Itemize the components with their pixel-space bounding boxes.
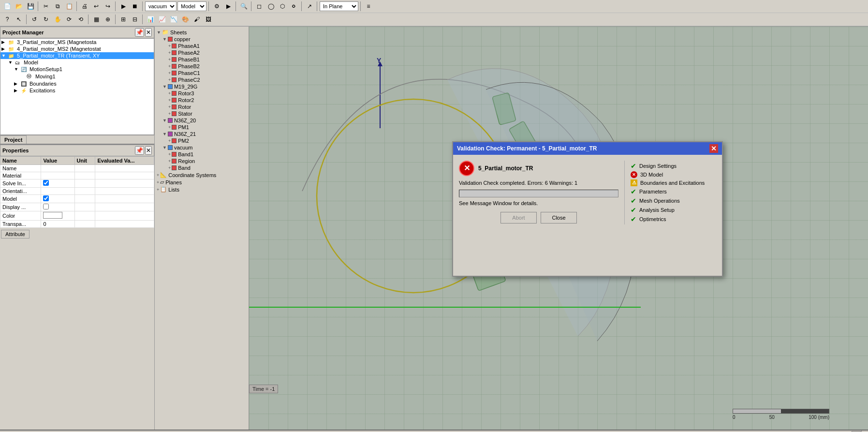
prop-solve-value[interactable] xyxy=(41,179,74,188)
paste-btn[interactable]: 📋 xyxy=(64,1,74,12)
tree-phaseB1[interactable]: + PhaseB1 xyxy=(155,56,249,63)
pm-pin-btn[interactable]: 📌 xyxy=(135,28,144,37)
save-btn[interactable]: 💾 xyxy=(25,1,36,12)
tree-copper[interactable]: ▼ copper xyxy=(155,36,249,43)
planes-expand[interactable]: + xyxy=(157,180,159,185)
solve-checkbox[interactable] xyxy=(43,180,49,186)
close-button[interactable]: Close xyxy=(541,212,577,223)
more-btn[interactable]: ≡ xyxy=(363,1,374,12)
tree-vacuum[interactable]: ▼ vacuum xyxy=(155,144,249,151)
tree-item-motion[interactable]: ▼ 🔄 MotionSetup1 xyxy=(0,66,154,73)
open-btn[interactable]: 📂 xyxy=(14,1,24,12)
shape1-btn[interactable]: ◻ xyxy=(254,1,265,12)
tree-item-model[interactable]: ▼ 🗂 Model xyxy=(0,59,154,66)
run-btn[interactable]: ▶ xyxy=(223,1,234,12)
tree-phaseB2[interactable]: + PhaseB2 xyxy=(155,63,249,70)
undo-btn[interactable]: ↩ xyxy=(91,1,102,12)
expand-icon[interactable]: ▶ xyxy=(1,40,8,45)
shape2-btn[interactable]: ◯ xyxy=(265,1,276,12)
plot2-btn[interactable]: 📈 xyxy=(157,14,167,25)
N36Z20-expand[interactable]: ▼ xyxy=(162,118,167,123)
expand-icon[interactable]: ▶ xyxy=(14,81,21,86)
arrow-btn[interactable]: ↗ xyxy=(304,1,315,12)
vacuum-expand[interactable]: ▼ xyxy=(162,145,167,150)
expand-icon[interactable]: ▼ xyxy=(8,60,15,65)
tree-item-project1[interactable]: ▶ 📁 3_Partial_motor_MS (Magnetosta xyxy=(0,39,154,45)
expand-icon[interactable]: ▼ xyxy=(14,67,21,72)
tree-N36Z21[interactable]: ▼ N36Z_21 xyxy=(155,131,249,137)
plane-dropdown[interactable]: In Plane xyxy=(320,1,358,11)
tree-band[interactable]: + Band xyxy=(155,164,249,171)
canvas-area[interactable]: Y Time = -1 xyxy=(249,27,868,430)
select-btn[interactable]: ▦ xyxy=(91,14,102,25)
tree-phaseC1[interactable]: + PhaseC1 xyxy=(155,70,249,76)
plot3-btn[interactable]: 📉 xyxy=(168,14,179,25)
display-checkbox[interactable] xyxy=(43,204,49,209)
cut-btn[interactable]: ✂ xyxy=(41,1,51,12)
prop-model-value[interactable] xyxy=(41,195,74,203)
model-dropdown[interactable]: Model xyxy=(177,1,206,11)
zoom-btn[interactable]: 🔍 xyxy=(238,1,249,12)
expand-icon[interactable]: ▼ xyxy=(1,53,8,58)
attribute-tab[interactable]: Attribute xyxy=(1,230,29,238)
material-dropdown[interactable]: vacuum xyxy=(145,1,177,11)
rotate3-btn[interactable]: ⟳ xyxy=(64,14,74,25)
prop-close-btn[interactable]: ✕ xyxy=(145,146,152,155)
tree-rotor[interactable]: + Rotor xyxy=(155,104,249,110)
shape4-btn[interactable]: ⭘ xyxy=(289,1,299,12)
tree-band1[interactable]: + Band1 xyxy=(155,151,249,158)
plot4-btn[interactable]: 🎨 xyxy=(180,14,191,25)
prop-material-value[interactable] xyxy=(41,172,74,179)
plot1-btn[interactable]: 📊 xyxy=(145,14,156,25)
move-btn[interactable]: ✋ xyxy=(52,14,63,25)
sim-btn[interactable]: ⚙ xyxy=(211,1,222,12)
prop-color-value[interactable] xyxy=(41,211,74,221)
tree-N36Z20[interactable]: ▼ N36Z_20 xyxy=(155,117,249,124)
new-btn[interactable]: 📄 xyxy=(2,1,13,12)
tree-phaseC2[interactable]: + PhaseC2 xyxy=(155,76,249,83)
tree-sheets[interactable]: ▼ 📁 Sheets xyxy=(155,29,249,36)
tree-phaseA2[interactable]: + PhaseA2 xyxy=(155,49,249,56)
tree-PM2[interactable]: + PM2 xyxy=(155,137,249,144)
plot5-btn[interactable]: 🖌 xyxy=(191,14,202,25)
zoom3-btn[interactable]: ⊟ xyxy=(130,14,140,25)
lens-btn[interactable]: ⊕ xyxy=(103,14,113,25)
lists-expand[interactable]: + xyxy=(157,187,159,192)
tree-rotor3[interactable]: + Rotor3 xyxy=(155,90,249,97)
rotate2-btn[interactable]: ↻ xyxy=(41,14,51,25)
prop-name-value[interactable] xyxy=(41,165,74,172)
zoom2-btn[interactable]: ⊞ xyxy=(118,14,129,25)
expand-icon[interactable]: ▶ xyxy=(1,46,8,51)
help-btn[interactable]: ? xyxy=(2,14,13,25)
N36Z21-expand[interactable]: ▼ xyxy=(162,132,167,136)
tree-item-moving[interactable]: Ⓜ Moving1 xyxy=(0,73,154,80)
copper-expand[interactable]: ▼ xyxy=(162,37,167,42)
tree-item-project2[interactable]: ▶ 📁 4_Partial_motor_MS2 (Magnetostat xyxy=(0,45,154,52)
prop-transp-value[interactable]: 0 xyxy=(41,221,74,228)
print-btn[interactable]: 🖨 xyxy=(79,1,90,12)
redo-btn[interactable]: ↪ xyxy=(103,1,113,12)
prop-orient-value[interactable] xyxy=(41,188,74,195)
tree-item-project3[interactable]: ▼ 📁 5_Partial_motor_TR (Transient, XY xyxy=(0,52,154,59)
tree-coord[interactable]: + 📐 Coordinate Systems xyxy=(155,171,249,179)
M19-expand[interactable]: ▼ xyxy=(162,84,167,89)
pointer-btn[interactable]: ↖ xyxy=(14,14,24,25)
tree-lists[interactable]: + 📋 Lists xyxy=(155,186,249,193)
expand-icon[interactable]: ▶ xyxy=(14,88,21,93)
tree-PM1[interactable]: + PM1 xyxy=(155,124,249,131)
model-checkbox[interactable] xyxy=(43,195,49,201)
prop-pin-btn[interactable]: 📌 xyxy=(135,146,144,155)
sheets-expand[interactable]: ▼ xyxy=(157,30,161,35)
rotate1-btn[interactable]: ↺ xyxy=(29,14,40,25)
tree-item-excitations[interactable]: ▶ ⚡ Excitations xyxy=(0,87,154,94)
prop-display-value[interactable] xyxy=(41,203,74,211)
tree-planes[interactable]: + ▱ Planes xyxy=(155,179,249,186)
copy-btn[interactable]: ⧉ xyxy=(52,1,63,12)
color-box[interactable] xyxy=(43,212,62,219)
stop-btn[interactable]: ⏹ xyxy=(130,1,140,12)
plot6-btn[interactable]: 🖼 xyxy=(203,14,214,25)
coord-expand[interactable]: + xyxy=(157,173,159,178)
tree-stator[interactable]: + Stator xyxy=(155,110,249,117)
abort-button[interactable]: Abort xyxy=(500,212,537,223)
script-btn[interactable]: ▶ xyxy=(118,1,129,12)
